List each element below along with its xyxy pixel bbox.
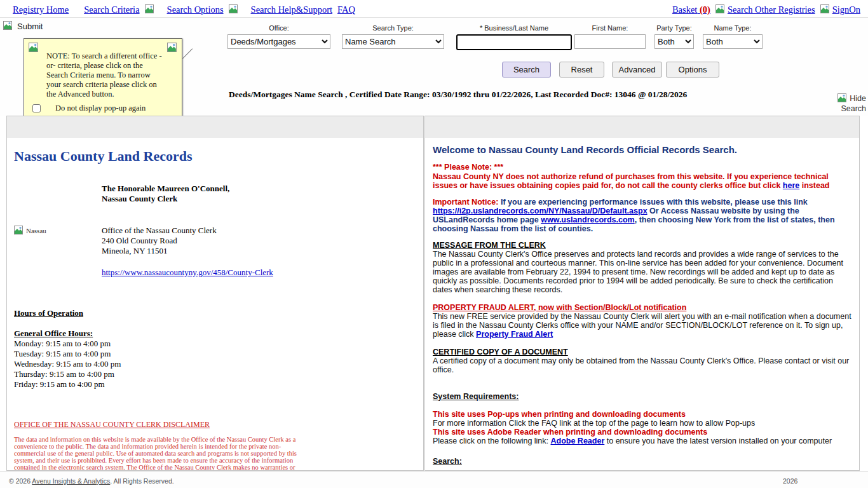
important-notice: Important Notice: If you are experiencin…	[433, 198, 851, 233]
address-line1: Office of the Nassau County Clerk	[102, 226, 217, 236]
popup-note-text: NOTE: To search a different office -or- …	[46, 51, 164, 99]
broken-image-icon	[837, 93, 847, 104]
name-type-label: Name Type:	[703, 24, 763, 32]
name-type-select[interactable]: Both	[703, 34, 763, 49]
adobe-info-prefix: Please click on the following link:	[433, 437, 551, 445]
main-content: Nassau County Land Records The Honorable…	[0, 116, 868, 471]
broken-image-icon	[3, 21, 13, 32]
please-note-suffix: instead	[799, 181, 829, 190]
page-title: Nassau County Land Records	[14, 148, 416, 165]
submit-alt-text: Submit	[17, 22, 43, 31]
uslandrecords-link[interactable]: www.uslandrecords.com	[541, 215, 635, 224]
popup-dismiss-label: Do not display pop-up again	[55, 104, 146, 113]
hours-thursday: Thursday: 9:15 am to 4:00 pm	[14, 369, 416, 379]
popups-notice: This site uses Pop-ups when printing and…	[433, 410, 851, 419]
hours-friday: Friday: 9:15 am to 4:00 pm	[14, 379, 416, 390]
message-clerk-text: The Nassau County Clerk's Office preserv…	[433, 250, 851, 294]
search-type-select[interactable]: Name Search	[342, 34, 444, 49]
party-type-label: Party Type:	[654, 24, 694, 32]
avenu-link[interactable]: Avenu Insights & Analytics	[32, 477, 110, 485]
office-label: Office:	[227, 24, 330, 32]
top-nav: Registry Home Search Criteria Search Opt…	[0, 0, 868, 18]
right-panel-header-strip	[425, 116, 859, 138]
adobe-info: Please click on the following link: Adob…	[433, 437, 851, 445]
copyright-prefix: © 2026	[9, 477, 32, 485]
options-button[interactable]: Options	[666, 62, 719, 78]
please-note-body: Nassau County NY does not authorize refu…	[433, 172, 829, 190]
faq-link[interactable]: FAQ	[337, 4, 355, 15]
right-panel: Welcome to Nassau County Land Records Of…	[424, 116, 860, 471]
popup-dismiss-checkbox[interactable]	[32, 104, 41, 112]
copyright-suffix: . All Rights Reserved.	[110, 477, 173, 485]
please-note-text: Nassau County NY does not authorize refu…	[433, 172, 851, 190]
address-line2: 240 Old Country Road	[102, 236, 217, 246]
please-note-title: *** Please Note: ***	[433, 163, 851, 172]
i2p-link[interactable]: https://i2p.uslandrecords.com/NY/Nassau/…	[433, 207, 648, 215]
broken-image-icon	[14, 226, 24, 236]
footer: © 2026 Avenu Insights & Analytics. All R…	[0, 471, 868, 488]
basket-link[interactable]: Basket (0)	[672, 4, 710, 15]
broken-image-icon	[145, 4, 154, 16]
adobe-notice: This site uses Adobe Reader when printin…	[433, 428, 851, 437]
broken-image-icon	[820, 4, 830, 16]
adobe-reader-link[interactable]: Adobe Reader	[551, 437, 605, 445]
disclaimer-title: OFFICE OF THE NASSAU COUNTY CLERK DISCLA…	[14, 420, 416, 430]
broken-image-icon	[715, 4, 725, 16]
left-panel: Nassau County Land Records The Honorable…	[6, 116, 424, 471]
broken-image-icon	[229, 4, 238, 16]
certified-copy-text: A certified copy of a document may only …	[433, 356, 851, 374]
property-fraud-alert-link[interactable]: Property Fraud Alert	[476, 330, 553, 339]
footer-year: 2026	[783, 477, 797, 485]
basket-label: Basket	[672, 4, 697, 15]
site-notices: This site uses Pop-ups when printing and…	[433, 410, 851, 445]
message-clerk-heading: MESSAGE FROM THE CLERK	[433, 241, 546, 250]
popup-note: NOTE: To search a different office -or- …	[24, 38, 182, 121]
broken-image-icon	[167, 43, 177, 55]
first-name-label: First Name:	[574, 24, 646, 32]
important-notice-label: Important Notice:	[433, 198, 498, 207]
clerk-name-line1: The Honorable Maureen O'Connell,	[102, 184, 416, 194]
county-clerk-link[interactable]: https://www.nassaucountyny.gov/458/Count…	[102, 268, 273, 277]
party-type-select[interactable]: Both	[654, 34, 694, 49]
broken-image-icon	[29, 43, 39, 55]
hide-search-toggle[interactable]: Hide Search	[833, 93, 866, 113]
business-last-name-input[interactable]	[456, 34, 572, 50]
search-section-heading: Search:	[433, 457, 851, 466]
address-line3: Mineola, NY 11501	[102, 246, 217, 256]
message-from-clerk-section: MESSAGE FROM THE CLERK The Nassau County…	[433, 241, 851, 294]
popups-info: For more information Click the FAQ link …	[433, 419, 851, 428]
search-type-label: Search Type:	[342, 24, 444, 32]
copyright: © 2026 Avenu Insights & Analytics. All R…	[9, 477, 174, 485]
submit-image-placeholder[interactable]: Submit	[3, 21, 43, 32]
hours-wednesday: Wednesday: 9:15 am to 4:00 pm	[14, 359, 416, 369]
certified-copy-heading: CERTIFIED COPY OF A DOCUMENT	[433, 348, 568, 356]
nassau-alt-text: Nassau	[26, 227, 46, 234]
business-last-name-label: * Business/Last Name	[456, 24, 572, 32]
other-registries-link[interactable]: Search Other Registries	[728, 4, 815, 15]
important-part1: If you are experiencing performance issu…	[498, 198, 807, 207]
search-criteria-link[interactable]: Search Criteria	[84, 4, 139, 15]
search-button[interactable]: Search	[502, 62, 551, 78]
here-link[interactable]: here	[783, 181, 799, 190]
office-select[interactable]: Deeds/Mortgages	[227, 34, 330, 49]
registry-home-link[interactable]: Registry Home	[13, 4, 69, 15]
certified-copy-section: CERTIFIED COPY OF A DOCUMENT A certified…	[433, 348, 851, 374]
system-requirements-heading-wrap: System Requirements:	[433, 392, 851, 401]
adobe-info-suffix: to ensure you have the latest version in…	[604, 437, 832, 445]
hours-tuesday: Tuesday: 9:15 am to 4:00 pm	[14, 349, 416, 359]
reset-button[interactable]: Reset	[559, 62, 604, 78]
clerk-name-line2: Nassau County Clerk	[102, 194, 416, 204]
welcome-heading: Welcome to Nassau County Land Records Of…	[433, 146, 851, 154]
advanced-button[interactable]: Advanced	[612, 62, 662, 78]
office-hours-heading: General Office Hours:	[14, 329, 416, 339]
fraud-alert-section: PROPERTY FRAUD ALERT, now with Section/B…	[433, 303, 851, 339]
left-panel-header-strip	[7, 116, 423, 138]
hours-monday: Monday: 9:15 am to 4:00 pm	[14, 339, 416, 349]
first-name-input[interactable]	[574, 34, 646, 49]
status-line: Deeds/Mortgages Name Search , Certified …	[229, 90, 687, 100]
signon-link[interactable]: SignOn	[832, 4, 860, 15]
nassau-image-placeholder: Nassau	[14, 226, 102, 256]
search-options-link[interactable]: Search Options	[167, 4, 224, 15]
disclaimer-text: The data and information on this website…	[14, 436, 306, 471]
help-support-link[interactable]: Search Help&Support	[251, 4, 332, 15]
